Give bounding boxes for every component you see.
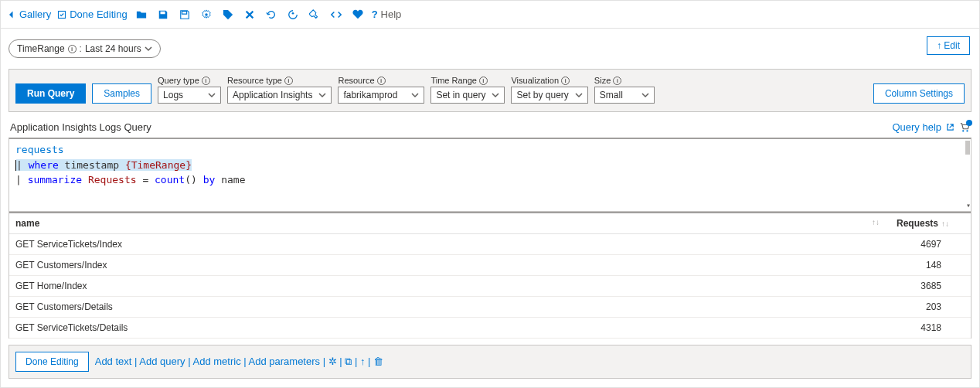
table-row[interactable]: GET Home/Index3685 (9, 276, 971, 297)
table-row[interactable]: GET ServiceTickets/Index4697 (9, 234, 971, 255)
timerange-pill-sep: : (80, 43, 82, 54)
redo-icon[interactable] (285, 7, 301, 22)
edit-button[interactable]: ↑ Edit (927, 36, 970, 55)
column-header-requests[interactable]: Requests↑↓ (886, 213, 955, 233)
pin-icon[interactable] (307, 7, 322, 22)
svg-point-1 (205, 13, 208, 16)
table-row[interactable]: GET Customers/Index148 (9, 255, 971, 276)
help-link[interactable]: ? Help (372, 9, 402, 20)
timerange-pill[interactable]: TimeRange i : Last 24 hours (9, 39, 161, 58)
copy-icon[interactable]: ⧉ (345, 356, 352, 367)
add-metric-link[interactable]: Add metric (193, 356, 241, 367)
run-query-button[interactable]: Run Query (15, 83, 86, 104)
table-row[interactable]: GET Customers/Details203 (9, 297, 971, 318)
done-icon (57, 10, 66, 19)
back-arrow-icon (7, 10, 16, 19)
add-text-link[interactable]: Add text (95, 356, 132, 367)
cell-requests: 4697 (886, 234, 955, 254)
info-icon: i (613, 77, 621, 85)
samples-button[interactable]: Samples (92, 83, 151, 104)
notification-dot (966, 120, 972, 126)
question-icon: ? (372, 9, 378, 20)
cell-name: GET ServiceTickets/Index (9, 234, 886, 254)
chevron-down-icon (208, 91, 216, 99)
external-link-icon (946, 123, 954, 131)
table-row[interactable]: GET ServiceTickets/Details4318 (9, 318, 971, 339)
editor-title: Application Insights Logs Query (10, 121, 151, 133)
token-where: where (29, 159, 59, 171)
shopping-cart-icon[interactable] (959, 122, 970, 133)
heart-icon[interactable] (350, 7, 366, 22)
parameters-row: TimeRange i : Last 24 hours ↑ Edit (1, 29, 979, 64)
query-type-value: Logs (163, 90, 183, 100)
query-help-link[interactable]: Query help (892, 121, 941, 133)
cell-name: GET ServiceTickets/Details (9, 318, 886, 338)
visualization-dropdown[interactable]: Set by query (511, 87, 587, 104)
query-config-bar: Run Query Samples Query typei Logs Resou… (9, 69, 971, 112)
chevron-down-icon (641, 91, 649, 99)
scrollbar-thumb[interactable] (965, 141, 970, 155)
code-icon[interactable] (328, 7, 344, 22)
token-param: {TimeRange} (125, 159, 192, 171)
save-icon[interactable] (155, 7, 171, 22)
cell-requests: 203 (886, 297, 955, 317)
move-up-icon[interactable]: ↑ (360, 356, 366, 367)
open-icon[interactable] (134, 7, 149, 22)
gallery-label: Gallery (19, 9, 51, 20)
tag-icon[interactable] (220, 7, 236, 22)
token-by: by (203, 174, 216, 185)
svg-point-2 (291, 12, 294, 14)
info-icon: i (561, 77, 570, 85)
svg-point-4 (966, 130, 968, 131)
cell-requests: 148 (886, 255, 955, 275)
cell-name: GET Customers/Index (9, 255, 886, 275)
info-icon: i (68, 45, 77, 53)
time-range-dropdown[interactable]: Set in query (430, 87, 505, 104)
chevron-down-icon (411, 91, 419, 99)
timerange-pill-label: TimeRange (17, 43, 65, 54)
token-summarize: summarize (28, 174, 82, 185)
column-header-name[interactable]: name↑↓ (9, 213, 886, 233)
add-parameters-link[interactable]: Add parameters (249, 356, 321, 367)
time-range-label: Time Rangei (430, 76, 505, 85)
editor-section: Application Insights Logs Query Query he… (9, 118, 971, 212)
help-label: Help (381, 9, 402, 20)
cell-name: GET Home/Index (9, 276, 886, 296)
settings-icon[interactable] (199, 7, 214, 22)
token-table: requests (15, 144, 64, 155)
visualization-value: Set by query (516, 90, 568, 100)
chevron-down-icon (318, 91, 326, 99)
done-editing-top-label: Done Editing (70, 9, 127, 20)
info-icon: i (284, 77, 293, 85)
size-dropdown[interactable]: Small (594, 87, 655, 104)
cell-name: GET Customers/Details (9, 297, 886, 317)
top-toolbar: Gallery Done Editing ? Help (1, 1, 979, 29)
gallery-link[interactable]: Gallery (7, 9, 51, 20)
cell-requests: 4318 (886, 318, 955, 338)
timerange-pill-value: Last 24 hours (85, 43, 141, 54)
resource-dropdown[interactable]: fabrikamprod (338, 87, 424, 104)
done-editing-top[interactable]: Done Editing (57, 9, 127, 20)
resource-type-dropdown[interactable]: Application Insights (227, 87, 332, 104)
resource-type-value: Application Insights (233, 90, 312, 100)
undo-icon[interactable] (264, 7, 279, 22)
query-type-label: Query typei (158, 76, 221, 85)
time-range-value: Set in query (436, 90, 485, 100)
visualization-label: Visualizationi (511, 76, 587, 85)
chevron-down-icon (575, 91, 583, 99)
info-icon: i (479, 77, 488, 85)
done-editing-bottom-button[interactable]: Done Editing (15, 352, 89, 372)
add-query-link[interactable]: Add query (139, 356, 185, 367)
close-icon[interactable] (242, 7, 257, 22)
column-settings-button[interactable]: Column Settings (873, 83, 965, 104)
cell-requests: 3685 (886, 276, 955, 296)
gear-icon[interactable]: ✲ (328, 356, 337, 367)
scrollbar-gutter (955, 213, 971, 233)
query-editor[interactable]: requests | where timestamp {TimeRange} |… (9, 138, 971, 212)
chevron-down-icon[interactable]: ▾ (966, 199, 971, 211)
results-table: name↑↓ Requests↑↓ GET ServiceTickets/Ind… (9, 212, 971, 339)
query-type-dropdown[interactable]: Logs (158, 87, 221, 104)
info-icon: i (202, 77, 210, 85)
delete-icon[interactable]: 🗑 (373, 356, 383, 367)
save-as-icon[interactable] (177, 7, 192, 22)
